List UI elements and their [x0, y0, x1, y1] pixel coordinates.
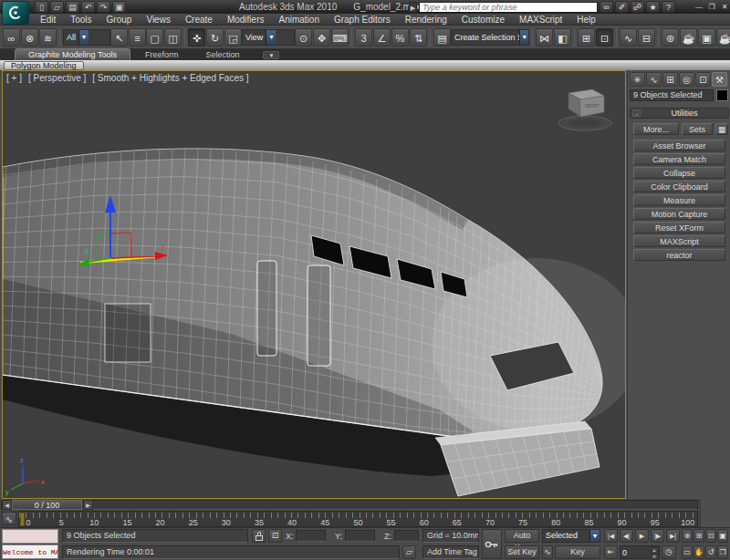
menu-modifiers[interactable]: Modifiers [220, 15, 272, 25]
zoom-icon[interactable]: ⊕ [682, 529, 693, 543]
polygon-modeling-button[interactable]: Polygon Modeling [4, 61, 84, 70]
zoom-extents-icon[interactable]: ⊡ [705, 529, 716, 543]
viewport-pov-menu[interactable]: [ Perspective ] [28, 73, 86, 83]
next-frame-arrow[interactable]: ▶ [83, 500, 93, 510]
frame-number-input[interactable] [620, 546, 651, 558]
select-by-name-icon[interactable]: ≡ [129, 28, 146, 47]
maxscript-listener-input[interactable] [2, 529, 58, 544]
named-selection-sets-icon[interactable]: ▤ [433, 28, 451, 47]
new-file-icon[interactable]: ▯ [35, 1, 48, 13]
mirror-icon[interactable]: ⋈ [536, 28, 553, 47]
add-time-tag[interactable]: Add Time Tag [422, 545, 479, 559]
frame-spinner[interactable]: ▴ ▾ [651, 547, 658, 557]
menu-tools[interactable]: Tools [63, 15, 99, 25]
search-binoculars-icon[interactable]: ∞ [600, 1, 613, 13]
layer-manager-icon[interactable]: ⊞ [578, 28, 595, 47]
minimize-button[interactable]: — [694, 2, 704, 12]
search-topics-arrow[interactable]: ▶ [409, 2, 417, 13]
perspective-viewport[interactable]: [ + ] [ Perspective ] [ Smooth + Highlig… [2, 70, 626, 499]
create-tab-icon[interactable]: ✳ [630, 72, 645, 87]
undo-icon[interactable]: ↶ [81, 1, 95, 13]
z-coord-input[interactable] [394, 530, 419, 542]
percent-snap-icon[interactable]: % [391, 28, 409, 47]
more-button[interactable]: More... [633, 123, 679, 135]
help-icon[interactable]: ? [662, 1, 675, 13]
viewport-general-menu[interactable]: [ + ] [6, 73, 22, 83]
key-filters-button[interactable]: Key Filters... [555, 545, 600, 559]
zoom-all-icon[interactable]: ⊞ [694, 529, 704, 543]
set-key-button[interactable]: Set Key [505, 545, 539, 559]
bind-to-space-warp-icon[interactable]: ≋ [39, 28, 57, 47]
absolute-offset-mode-icon[interactable]: ⊡ [268, 529, 282, 543]
schematic-view-icon[interactable]: ⊟ [638, 28, 655, 47]
select-and-link-icon[interactable]: ∞ [3, 28, 20, 47]
track-bar-ruler[interactable]: 0510152025303540455055606570758085909510… [18, 511, 698, 527]
key-mode-toggle-icon[interactable]: ⇤ [604, 545, 618, 559]
curve-editor-icon[interactable]: ∿ [620, 28, 637, 47]
reset-xform-button[interactable]: Reset XForm [633, 222, 725, 233]
time-slider-track[interactable] [1, 500, 698, 510]
select-and-scale-icon[interactable]: ◲ [224, 28, 242, 47]
wand-icon[interactable]: ✐ [615, 1, 629, 13]
snap-toggle-3d-icon[interactable]: 3 [355, 28, 372, 47]
close-button[interactable]: ✕ [719, 2, 730, 12]
spinner-snap-icon[interactable]: ⇅ [410, 28, 427, 47]
modify-tab-icon[interactable]: ∿ [646, 72, 662, 87]
3ds-max-logo[interactable] [2, 1, 29, 25]
previous-frame-arrow[interactable]: ◀ [2, 500, 12, 510]
window-crossing-icon[interactable]: ◫ [164, 28, 182, 47]
next-frame-button[interactable]: |▶ [651, 529, 664, 543]
time-slider[interactable]: ◀ 0 / 100 ▶ [0, 499, 700, 511]
go-to-end-button[interactable]: ▶| [666, 529, 680, 543]
maxscript-button[interactable]: MAXScript [633, 235, 725, 247]
ribbon-minimize-icon[interactable]: ▼ [263, 51, 279, 59]
motion-capture-button[interactable]: Motion Capture [633, 208, 725, 220]
material-editor-icon[interactable]: ⊛ [662, 28, 679, 47]
pan-icon[interactable]: ✋ [694, 545, 704, 559]
rectangular-selection-icon[interactable]: ▢ [146, 28, 163, 47]
utilities-rollout-header[interactable]: - Utilities [630, 108, 729, 119]
select-and-move-icon[interactable]: ✜ [188, 28, 205, 47]
sets-button[interactable]: Sets [682, 123, 713, 135]
rollout-collapse-icon[interactable]: - [632, 109, 641, 117]
utilities-tab-icon[interactable]: ⚒ [712, 72, 727, 87]
select-and-rotate-icon[interactable]: ↻ [206, 28, 224, 47]
go-to-start-button[interactable]: |◀ [604, 529, 618, 543]
train-model[interactable] [3, 149, 625, 496]
maximize-viewport-icon[interactable]: ❒ [717, 545, 728, 559]
set-keys-button[interactable] [482, 529, 502, 559]
menu-graph-editors[interactable]: Graph Editors [327, 15, 398, 25]
project-folder-icon[interactable]: ▣ [112, 1, 126, 13]
unlink-selection-icon[interactable]: ⊗ [21, 28, 38, 47]
favorites-star-icon[interactable]: ★ [646, 1, 660, 13]
selection-lock-icon[interactable] [252, 529, 266, 543]
select-and-manipulate-icon[interactable]: ✥ [313, 28, 330, 47]
open-file-icon[interactable]: ▱ [50, 1, 64, 13]
use-pivot-center-icon[interactable]: ⊙ [295, 28, 312, 47]
menu-views[interactable]: Views [139, 15, 178, 25]
isolate-selection-icon[interactable]: ▱ [402, 545, 416, 559]
collapse-button[interactable]: Collapse [633, 167, 725, 179]
menu-edit[interactable]: Edit [33, 15, 63, 25]
tab-freeform[interactable]: Freeform [132, 49, 192, 60]
menu-animation[interactable]: Animation [271, 15, 326, 25]
previous-frame-button[interactable]: ◀| [620, 529, 633, 543]
y-coord-input[interactable] [345, 530, 375, 542]
x-coord-input[interactable] [296, 530, 326, 542]
maxscript-listener-output[interactable]: Welcome to MAX! [2, 544, 58, 559]
play-button[interactable]: ▶ [635, 529, 649, 543]
named-selection-sets-dropdown[interactable]: Create Selection Se ▼ [451, 29, 529, 46]
display-tab-icon[interactable]: ⊡ [695, 72, 711, 87]
object-color-swatch[interactable] [716, 89, 728, 101]
graphite-modeling-toggle-icon[interactable]: ⊡ [596, 28, 613, 47]
menu-group[interactable]: Group [99, 15, 140, 25]
viewport-shading-menu[interactable]: [ Smooth + Highlights + Edged Faces ] [92, 73, 248, 83]
mini-curve-editor-button[interactable]: ∿ [2, 512, 16, 525]
reactor-button[interactable]: reactor [633, 249, 725, 261]
color-clipboard-button[interactable]: Color Clipboard [633, 181, 725, 192]
tab-selection[interactable]: Selection [193, 49, 252, 60]
viewcube[interactable]: FRONT [558, 89, 611, 130]
menu-customize[interactable]: Customize [454, 15, 512, 25]
communication-center-icon[interactable]: ☍ [631, 1, 644, 13]
camera-match-button[interactable]: Camera Match [633, 153, 725, 165]
